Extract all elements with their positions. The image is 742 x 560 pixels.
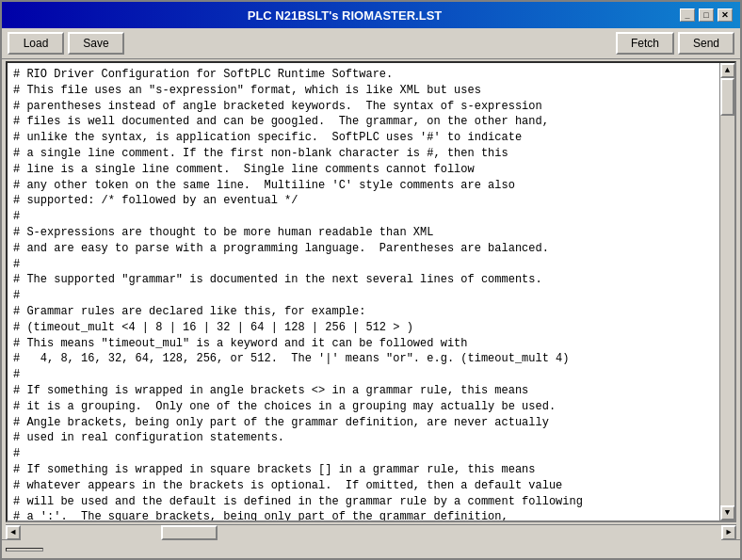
send-button[interactable]: Send [678, 32, 734, 55]
scroll-thumb-vertical[interactable] [720, 78, 734, 116]
status-item [6, 548, 43, 552]
main-window: PLC N21BSLT's RIOMASTER.LST _ □ ✕ Load S… [0, 0, 742, 560]
scroll-track-horizontal[interactable] [21, 525, 721, 540]
toolbar: Load Save Fetch Send [2, 28, 740, 59]
content-area: # RIO Driver Configuration for SoftPLC R… [6, 61, 736, 522]
maximize-button[interactable]: □ [699, 8, 714, 22]
save-button[interactable]: Save [68, 32, 124, 55]
vertical-scrollbar: ▲ ▼ [719, 63, 734, 520]
window-controls: _ □ ✕ [680, 8, 733, 22]
scroll-track-vertical[interactable] [720, 78, 734, 505]
scroll-thumb-horizontal[interactable] [161, 525, 218, 540]
toolbar-right: Fetch Send [616, 32, 734, 55]
text-editor[interactable]: # RIO Driver Configuration for SoftPLC R… [8, 63, 719, 520]
horizontal-scrollbar: ◄ ► [6, 524, 736, 539]
scroll-down-button[interactable]: ▼ [720, 505, 735, 520]
fetch-button[interactable]: Fetch [616, 32, 674, 55]
minimize-button[interactable]: _ [680, 8, 695, 22]
window-title: PLC N21BSLT's RIOMASTER.LST [9, 8, 680, 23]
scroll-left-button[interactable]: ◄ [6, 525, 21, 540]
load-button[interactable]: Load [8, 32, 64, 55]
status-bar [2, 539, 740, 558]
scroll-up-button[interactable]: ▲ [720, 63, 735, 78]
close-button[interactable]: ✕ [718, 8, 733, 22]
scroll-right-button[interactable]: ► [721, 525, 736, 540]
title-bar: PLC N21BSLT's RIOMASTER.LST _ □ ✕ [2, 2, 740, 28]
toolbar-left: Load Save [8, 32, 124, 55]
